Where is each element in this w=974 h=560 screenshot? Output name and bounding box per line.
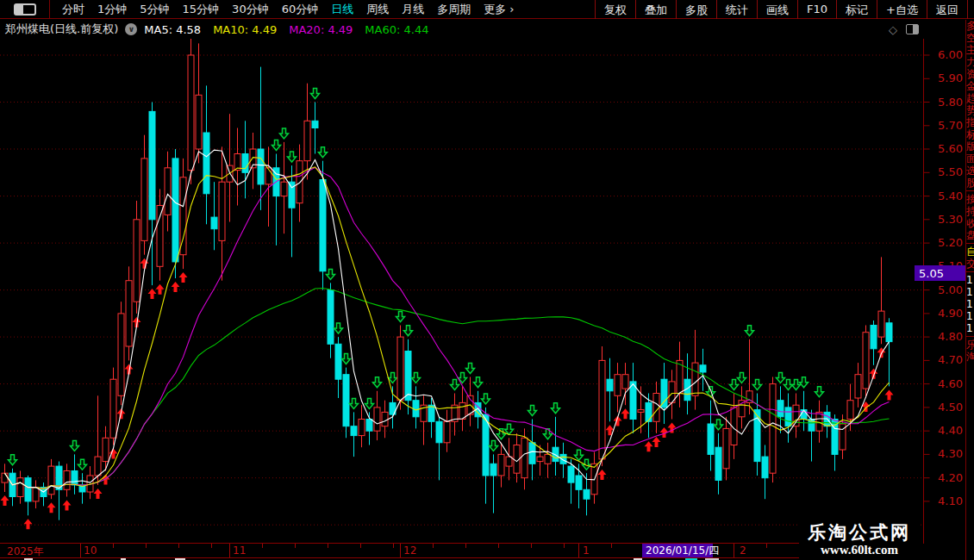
topbar-button-7[interactable]: +自选: [877, 0, 927, 19]
topbar-button-5[interactable]: F10: [798, 0, 837, 19]
tab-period-4[interactable]: 30分钟: [232, 2, 269, 17]
candle-down: [762, 457, 768, 478]
x-axis-label: 10: [84, 544, 97, 557]
tab-period-7[interactable]: 周线: [366, 2, 389, 17]
y-axis-label: 4.40: [938, 424, 963, 437]
tab-period-3[interactable]: 15分钟: [183, 2, 220, 17]
topbar-button-6[interactable]: 标记: [837, 0, 877, 19]
ma-label-3: MA60: 4.44: [365, 23, 428, 36]
diamond-icon[interactable]: ◇: [889, 23, 897, 36]
candle-down: [343, 375, 349, 426]
y-axis-label: 4.70: [938, 353, 963, 366]
topbar-button-2[interactable]: 多股: [677, 0, 717, 19]
strip-menu-char: 1: [966, 322, 974, 334]
candle-up: [188, 55, 194, 171]
right-panel-strip[interactable]: 多空主力资金趋势指标版面选股接持收盘自交11111乐淘: [965, 20, 974, 560]
buy-signal-arrow-icon: [652, 437, 661, 447]
strip-menu-char: 指: [966, 116, 974, 128]
month-tick: [734, 544, 734, 557]
layout-toggle-icon[interactable]: [14, 3, 36, 16]
candle-up: [110, 379, 116, 438]
tab-period-8[interactable]: 月线: [402, 2, 424, 17]
candle-up: [265, 168, 272, 184]
topbar-button-4[interactable]: 画线: [758, 0, 798, 19]
candle-down: [832, 420, 838, 455]
month-tick: [80, 544, 81, 557]
strip-menu-char: 1: [966, 298, 974, 310]
chevron-down-icon[interactable]: ∨: [125, 23, 137, 35]
candle-up: [615, 375, 621, 396]
strip-menu-char: 金: [966, 80, 974, 92]
candle-down: [568, 466, 574, 482]
candle-up: [180, 177, 186, 255]
y-axis-label: 5.50: [938, 165, 963, 178]
candle-up: [126, 281, 132, 346]
kline-chart[interactable]: 6.005.905.805.705.605.505.405.305.205.10…: [0, 39, 965, 544]
strip-divider: [966, 271, 974, 272]
ma-label-1: MA10: 4.49: [213, 23, 277, 36]
candle-down: [785, 408, 791, 426]
week-tick: [113, 544, 114, 548]
buy-signal-arrow-icon: [94, 488, 103, 499]
candle-up: [847, 401, 853, 420]
candle-up: [537, 457, 543, 462]
topbar-button-0[interactable]: 复权: [596, 0, 636, 19]
y-axis-label: 4.30: [938, 447, 963, 460]
tab-period-2[interactable]: 5分钟: [140, 2, 169, 17]
buy-signal-arrow-icon: [598, 470, 607, 480]
candle-up: [374, 408, 380, 431]
sell-signal-arrow-icon: [412, 372, 421, 383]
topbar-button-3[interactable]: 统计: [717, 0, 758, 19]
week-tick: [433, 544, 434, 548]
sell-signal-arrow-icon: [583, 459, 591, 470]
sell-signal-arrow-icon: [474, 377, 483, 388]
candle-up: [638, 410, 644, 413]
month-tick: [578, 544, 579, 557]
y-axis-label: 4.80: [938, 330, 963, 343]
candle-up: [599, 360, 605, 459]
strip-menu-char: 空: [966, 32, 974, 44]
candle-up: [304, 121, 310, 160]
tab-period-1[interactable]: 1分钟: [97, 2, 127, 17]
candle-down: [242, 154, 248, 173]
stock-title[interactable]: 郑州煤电(日线.前复权): [5, 22, 118, 37]
candle-up: [165, 168, 171, 215]
month-tick: [229, 544, 230, 557]
y-axis-label: 4.90: [938, 307, 963, 320]
tab-period-5[interactable]: 60分钟: [282, 2, 319, 17]
candle-up: [855, 375, 861, 398]
panes-icon[interactable]: [906, 24, 919, 34]
tab-period-9[interactable]: 多周期: [437, 2, 471, 17]
sell-signal-arrow-icon: [404, 326, 413, 336]
tab-period-10[interactable]: 更多 ›: [484, 2, 514, 17]
candle-up: [622, 375, 628, 389]
strip-menu-char: 趋: [966, 92, 974, 104]
tab-period-0[interactable]: 分时: [62, 2, 84, 17]
strip-menu-char: 资: [966, 68, 974, 80]
week-tick: [328, 544, 328, 548]
sell-signal-arrow-icon: [280, 128, 289, 139]
sell-signal-arrow-icon: [9, 455, 17, 465]
y-axis-label: 5.00: [938, 283, 963, 296]
tab-period-6[interactable]: 日线: [331, 2, 353, 17]
topbar-button-8[interactable]: 返回: [927, 0, 968, 19]
x-axis-label: 2025年: [7, 544, 44, 559]
candle-down: [172, 159, 178, 262]
ma-label-0: MA5: 4.58: [144, 23, 201, 36]
price-badge-value: 5.05: [919, 267, 944, 280]
strip-divider: [966, 336, 974, 337]
month-tick: [400, 544, 401, 557]
topbar-button-1[interactable]: 叠加: [636, 0, 677, 19]
candle-up: [723, 428, 729, 468]
candle-up: [521, 438, 528, 477]
candle-up: [17, 478, 23, 497]
candle-down: [584, 489, 590, 499]
strip-divider: [966, 243, 974, 244]
candle-up: [297, 161, 303, 203]
sell-signal-arrow-icon: [800, 377, 809, 388]
candle-up: [498, 454, 504, 476]
week-tick: [564, 544, 565, 548]
strip-menu-char: 股: [966, 177, 974, 189]
week-tick: [146, 544, 147, 548]
sell-signal-arrow-icon: [334, 323, 343, 333]
